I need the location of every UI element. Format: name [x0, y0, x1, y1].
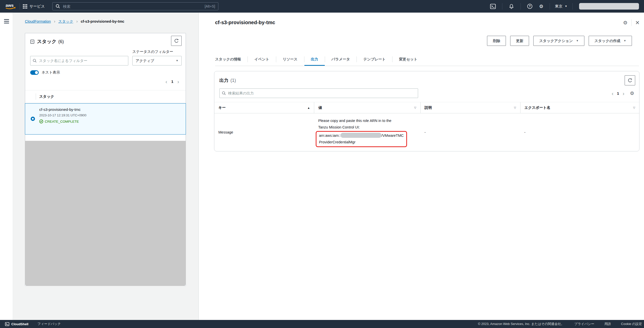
- panel-settings-gear-icon[interactable]: ⚙: [623, 20, 628, 25]
- breadcrumb-link-cloudformation[interactable]: CloudFormation: [25, 19, 51, 23]
- footer-copyright: © 2023, Amazon Web Services, Inc. またはその関…: [478, 322, 564, 326]
- column-header-export-name[interactable]: エクスポート名 ▽: [520, 102, 639, 113]
- notifications-bell-button[interactable]: [505, 4, 517, 9]
- tab-stack-info[interactable]: スタックの情報: [215, 53, 248, 66]
- page-number[interactable]: 1: [171, 79, 173, 84]
- nested-view-toggle[interactable]: [30, 70, 39, 75]
- outputs-card: 出力 (1) ‹ 1 › ⚙: [214, 71, 639, 151]
- update-button[interactable]: 更新: [510, 36, 529, 46]
- breadcrumb-current: cf-s3-provisioned-by-tmc: [81, 19, 124, 23]
- global-search-input[interactable]: [62, 4, 202, 9]
- breadcrumb-separator-icon: ›: [76, 19, 78, 24]
- region-label: 東京: [555, 4, 562, 9]
- create-stack-dropdown-button[interactable]: スタックの作成 ▼: [589, 36, 632, 46]
- region-selector[interactable]: 東京 ▼: [553, 4, 569, 9]
- nav-divider: [20, 3, 20, 10]
- refresh-outputs-button[interactable]: [625, 75, 635, 85]
- account-menu-redacted[interactable]: [579, 3, 639, 10]
- footer-terms-link[interactable]: 用語: [605, 322, 611, 326]
- nav-divider: [572, 3, 573, 10]
- page-title: cf-s3-provisioned-by-tmc: [215, 20, 275, 25]
- nav-divider: [502, 3, 502, 10]
- apps-grid-icon: [23, 4, 27, 9]
- sidebar-panel: CloudFormation › スタック › cf-s3-provisione…: [13, 13, 199, 320]
- redacted-stack-list-area: [25, 141, 186, 286]
- tab-change-sets[interactable]: 変更セット: [392, 53, 424, 66]
- stack-detail-tabs: スタックの情報 イベント リソース 出力 パラメータ テンプレート 変更セット: [215, 53, 639, 66]
- output-description-cell: -: [420, 113, 520, 151]
- tab-template[interactable]: テンプレート: [357, 53, 392, 66]
- radio-selected-icon[interactable]: [31, 117, 35, 121]
- breadcrumb: CloudFormation › スタック › cf-s3-provisione…: [25, 19, 198, 24]
- breadcrumb-link-stacks[interactable]: スタック: [58, 19, 73, 24]
- status-filter-select[interactable]: アクティブ ▼: [132, 56, 182, 65]
- status-filter-label: ステータスのフィルター: [132, 49, 182, 54]
- console-footer: CloudShell フィードバック © 2023, Amazon Web Se…: [0, 320, 644, 328]
- top-navigation: aws サービス [Alt+S] ?: [0, 0, 644, 13]
- sort-icon: ▽: [414, 106, 416, 109]
- column-header-description[interactable]: 説明 ▽: [420, 102, 520, 113]
- output-value-cell: Please copy and paste this role ARN in t…: [314, 113, 420, 151]
- previous-page-icon[interactable]: ‹: [166, 79, 167, 84]
- redacted-account-id: [341, 133, 381, 138]
- cloudshell-button[interactable]: [487, 4, 499, 9]
- stack-list-item-selected[interactable]: cf-s3-provisioned-by-tmc 2023-10-17 12:1…: [25, 103, 186, 135]
- page-number[interactable]: 1: [617, 91, 619, 95]
- sort-ascending-icon: ▲: [307, 106, 310, 109]
- help-button[interactable]: ?: [524, 4, 536, 9]
- table-preferences-gear-icon[interactable]: ⚙: [630, 91, 634, 96]
- sort-icon: ▽: [633, 106, 635, 109]
- column-header-key[interactable]: キー ▲: [214, 102, 314, 113]
- chevron-down-icon: ▼: [565, 5, 567, 8]
- next-page-icon[interactable]: ›: [177, 79, 179, 84]
- close-panel-icon[interactable]: ×: [635, 19, 639, 26]
- collapse-panel-icon[interactable]: [30, 40, 34, 44]
- chevron-down-icon: ▼: [176, 59, 178, 62]
- delete-button[interactable]: 削除: [487, 36, 506, 46]
- footer-feedback-link[interactable]: フィードバック: [37, 322, 61, 326]
- chevron-down-icon: ▼: [624, 40, 626, 42]
- nav-divider: [550, 3, 550, 10]
- stack-actions-dropdown-button[interactable]: スタックアクション ▼: [533, 36, 584, 46]
- settings-gear-button[interactable]: ⚙: [536, 4, 547, 9]
- arn-highlight-annotation: arn:aws:iam::/VMwareTMC ProviderCredenti…: [316, 131, 407, 147]
- footer-cloudshell-button[interactable]: CloudShell: [5, 322, 28, 326]
- check-circle-icon: [39, 119, 43, 123]
- hamburger-menu-icon[interactable]: [4, 19, 9, 23]
- left-rail: [0, 13, 13, 320]
- global-search[interactable]: [Alt+S]: [52, 2, 218, 10]
- stacks-count: (6): [58, 39, 64, 44]
- services-menu[interactable]: サービス: [23, 4, 45, 9]
- status-filter-value: アクティブ: [136, 58, 154, 63]
- footer-cookie-settings-link[interactable]: Cookie の設定: [621, 322, 642, 326]
- nav-divider: [520, 3, 521, 10]
- breadcrumb-separator-icon: ›: [54, 19, 55, 24]
- nested-view-label: ネスト表示: [42, 70, 60, 75]
- services-label: サービス: [29, 4, 45, 9]
- chevron-down-icon: ▼: [576, 40, 579, 42]
- refresh-stacks-button[interactable]: [171, 36, 182, 46]
- stack-list-column-header: スタック: [25, 90, 186, 103]
- column-header-value[interactable]: 値 ▽: [314, 102, 420, 113]
- search-icon: [56, 4, 60, 9]
- svg-text:?: ?: [529, 5, 531, 8]
- output-export-name-cell: -: [520, 113, 639, 151]
- outputs-search-input[interactable]: [219, 88, 418, 98]
- stack-status-badge: CREATE_COMPLETE: [45, 120, 79, 123]
- tab-parameters[interactable]: パラメータ: [325, 53, 357, 66]
- tab-outputs[interactable]: 出力: [304, 53, 325, 66]
- stack-name: cf-s3-provisioned-by-tmc: [39, 107, 182, 112]
- output-key-cell: Message: [214, 113, 314, 151]
- previous-page-icon[interactable]: ‹: [612, 91, 614, 96]
- footer-privacy-link[interactable]: プライバシー: [574, 322, 594, 326]
- stacks-list-card: スタック (6) ステータスのフィルター アクティブ ▼: [25, 33, 186, 286]
- stack-name-filter-input[interactable]: [30, 56, 128, 65]
- next-page-icon[interactable]: ›: [623, 91, 624, 96]
- column-divider: [36, 93, 36, 100]
- sort-icon: ▽: [514, 106, 516, 109]
- stack-detail-panel: cf-s3-provisioned-by-tmc ⚙ × 削除 更新 スタックア…: [199, 13, 644, 320]
- aws-logo[interactable]: aws: [5, 3, 17, 10]
- tab-resources[interactable]: リソース: [276, 53, 304, 66]
- tab-events[interactable]: イベント: [248, 53, 276, 66]
- search-icon: [33, 59, 37, 63]
